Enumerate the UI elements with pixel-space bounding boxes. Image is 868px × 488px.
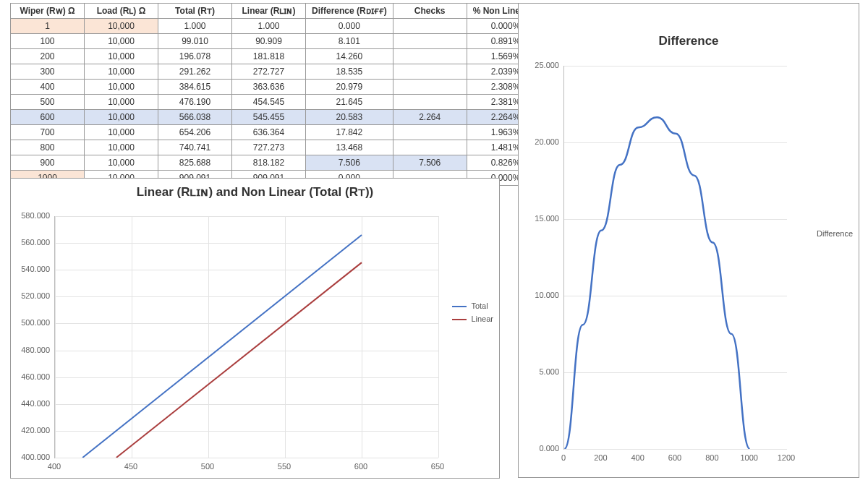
y-axis-tick: 480.000 bbox=[18, 346, 50, 354]
table-cell: 363.636 bbox=[232, 80, 306, 95]
table-cell: 825.688 bbox=[158, 155, 232, 171]
table-cell: 10,000 bbox=[85, 155, 158, 171]
table-row: 10010,00099.01090.9098.1010.891% bbox=[11, 34, 545, 49]
table-cell: 10,000 bbox=[85, 80, 158, 95]
x-axis-tick: 400 bbox=[624, 453, 652, 462]
x-axis-tick: 550 bbox=[270, 462, 299, 471]
y-axis-tick: 440.000 bbox=[18, 399, 50, 408]
table-cell: 700 bbox=[11, 125, 85, 140]
table-cell: 384.615 bbox=[158, 80, 232, 95]
table-cell: 18.535 bbox=[306, 64, 393, 80]
table-header: Load (Rʟ) Ω bbox=[85, 4, 158, 19]
chart-plot-area bbox=[54, 216, 438, 458]
x-axis-tick: 600 bbox=[346, 462, 375, 471]
table-cell: 20.979 bbox=[306, 80, 393, 95]
x-axis-tick: 400 bbox=[40, 462, 69, 471]
table-cell: 1.000 bbox=[158, 19, 232, 34]
table-cell: 600 bbox=[11, 110, 85, 125]
y-axis-tick: 500.000 bbox=[18, 318, 50, 327]
table-cell: 1.000 bbox=[232, 19, 306, 34]
table-cell: 10,000 bbox=[85, 19, 158, 34]
table-cell: 740.741 bbox=[158, 140, 232, 155]
table-cell: 454.545 bbox=[232, 95, 306, 110]
y-axis-tick: 0.000 bbox=[527, 444, 559, 453]
chart-title: Linear (Rʟɪɴ) and Non Linear (Total (Rᴛ)… bbox=[11, 184, 499, 200]
table-cell: 500 bbox=[11, 95, 85, 110]
table-cell: 7.506 bbox=[393, 155, 467, 171]
series-linear bbox=[116, 262, 362, 458]
table-cell: 20.583 bbox=[306, 110, 393, 125]
x-axis-tick: 1200 bbox=[772, 453, 801, 462]
chart-title: Difference bbox=[519, 34, 859, 48]
table-cell: 10,000 bbox=[85, 110, 158, 125]
series-difference bbox=[564, 117, 749, 449]
table-header: Checks bbox=[393, 4, 467, 19]
y-axis-tick: 580.000 bbox=[18, 211, 50, 220]
table-header: Wiper (Rᴡ) Ω bbox=[11, 4, 85, 19]
series-total bbox=[82, 235, 362, 458]
table-cell: 272.727 bbox=[232, 64, 306, 80]
table-cell: 7.506 bbox=[306, 155, 393, 171]
y-axis-tick: 25.000 bbox=[527, 61, 559, 69]
table-cell bbox=[393, 95, 467, 110]
legend-label-total: Total bbox=[471, 301, 488, 310]
legend-swatch-total bbox=[452, 306, 467, 307]
table-row: 90010,000825.688818.1827.5067.5060.826% bbox=[11, 155, 545, 171]
y-axis-tick: 400.000 bbox=[18, 453, 50, 461]
table-cell bbox=[393, 80, 467, 95]
table-row: 70010,000654.206636.36417.8421.963% bbox=[11, 125, 545, 140]
table-cell: 654.206 bbox=[158, 125, 232, 140]
table-cell bbox=[393, 49, 467, 64]
table-row: 110,0001.0001.0000.0000.000% bbox=[11, 19, 545, 34]
x-axis-tick: 600 bbox=[660, 453, 689, 462]
table-cell: 10,000 bbox=[85, 49, 158, 64]
table-cell: 566.038 bbox=[158, 110, 232, 125]
chart-plot-area bbox=[563, 66, 787, 450]
y-axis-tick: 15.000 bbox=[527, 214, 559, 223]
x-axis-tick: 450 bbox=[116, 462, 145, 471]
y-axis-tick: 5.000 bbox=[527, 367, 559, 376]
y-axis-tick: 10.000 bbox=[527, 291, 559, 299]
y-axis-tick: 460.000 bbox=[18, 372, 50, 381]
table-cell: 300 bbox=[11, 64, 85, 80]
legend-label-difference: Difference bbox=[817, 229, 853, 238]
table-cell: 196.078 bbox=[158, 49, 232, 64]
table-cell: 21.645 bbox=[306, 95, 393, 110]
table-cell: 10,000 bbox=[85, 140, 158, 155]
table-cell: 818.182 bbox=[232, 155, 306, 171]
table-cell: 13.468 bbox=[306, 140, 393, 155]
chart-difference: Difference 0.0005.00010.00015.00020.0002… bbox=[518, 3, 859, 478]
y-axis-tick: 560.000 bbox=[18, 238, 50, 247]
table-row: 50010,000476.190454.54521.6452.381% bbox=[11, 95, 545, 110]
table-cell bbox=[393, 140, 467, 155]
y-axis-tick: 420.000 bbox=[18, 426, 50, 435]
table-header: Difference (Rᴅɪғғ) bbox=[306, 4, 393, 19]
table-cell: 291.262 bbox=[158, 64, 232, 80]
table-cell: 900 bbox=[11, 155, 85, 171]
table-cell: 545.455 bbox=[232, 110, 306, 125]
legend-swatch-linear bbox=[452, 319, 467, 320]
table-cell: 10,000 bbox=[85, 64, 158, 80]
table-header: Total (Rᴛ) bbox=[158, 4, 232, 19]
table-row: 30010,000291.262272.72718.5352.039% bbox=[11, 64, 545, 80]
table-row: 80010,000740.741727.27313.4681.481% bbox=[11, 140, 545, 155]
y-axis-tick: 520.000 bbox=[18, 291, 50, 300]
x-axis-tick: 1000 bbox=[735, 453, 764, 462]
table-cell: 14.260 bbox=[306, 49, 393, 64]
table-cell: 181.818 bbox=[232, 49, 306, 64]
table-cell: 8.101 bbox=[306, 34, 393, 49]
table-row: 60010,000566.038545.45520.5832.2642.264% bbox=[11, 110, 545, 125]
table-cell bbox=[393, 19, 467, 34]
table-cell: 476.190 bbox=[158, 95, 232, 110]
table-header: Linear (Rʟɪɴ) bbox=[232, 4, 306, 19]
x-axis-tick: 0 bbox=[549, 453, 578, 462]
table-cell: 800 bbox=[11, 140, 85, 155]
y-axis-tick: 540.000 bbox=[18, 265, 50, 273]
table-cell: 99.010 bbox=[158, 34, 232, 49]
table-cell: 90.909 bbox=[232, 34, 306, 49]
legend-label-linear: Linear bbox=[471, 314, 493, 323]
table-row: 40010,000384.615363.63620.9792.308% bbox=[11, 80, 545, 95]
table-cell: 10,000 bbox=[85, 125, 158, 140]
table-cell: 0.000 bbox=[306, 19, 393, 34]
table-cell: 400 bbox=[11, 80, 85, 95]
